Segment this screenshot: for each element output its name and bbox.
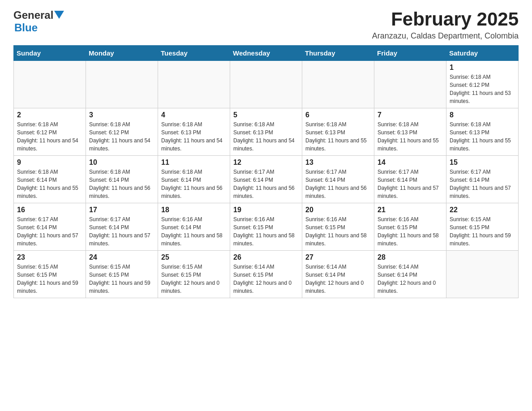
day-number: 10 [89,158,154,167]
calendar-cell [446,251,519,298]
day-info: Sunrise: 6:18 AM Sunset: 6:13 PM Dayligh… [233,120,299,153]
day-number: 22 [450,206,515,214]
logo-arrow-icon [54,11,64,21]
calendar-table: SundayMondayTuesdayWednesdayThursdayFrid… [13,45,519,298]
calendar-cell: 12Sunrise: 6:17 AM Sunset: 6:14 PM Dayli… [230,156,302,203]
calendar-cell [158,61,230,108]
day-number: 11 [161,158,227,167]
calendar-cell: 10Sunrise: 6:18 AM Sunset: 6:14 PM Dayli… [86,156,158,203]
day-number: 18 [161,206,227,214]
day-number: 7 [378,111,443,119]
day-info: Sunrise: 6:17 AM Sunset: 6:14 PM Dayligh… [17,215,82,248]
day-info: Sunrise: 6:18 AM Sunset: 6:14 PM Dayligh… [17,168,82,200]
day-info: Sunrise: 6:18 AM Sunset: 6:13 PM Dayligh… [161,120,227,153]
day-number: 20 [305,206,371,214]
calendar-body: 1Sunrise: 6:18 AM Sunset: 6:12 PM Daylig… [14,61,519,298]
svg-marker-0 [54,11,64,19]
weekday-header-saturday: Saturday [446,46,519,61]
calendar-cell: 23Sunrise: 6:15 AM Sunset: 6:15 PM Dayli… [14,251,86,298]
day-info: Sunrise: 6:14 AM Sunset: 6:15 PM Dayligh… [233,263,299,295]
calendar-cell: 19Sunrise: 6:16 AM Sunset: 6:15 PM Dayli… [230,203,302,251]
day-number: 6 [305,111,371,119]
calendar-cell: 4Sunrise: 6:18 AM Sunset: 6:13 PM Daylig… [158,108,230,156]
calendar-cell: 11Sunrise: 6:18 AM Sunset: 6:14 PM Dayli… [158,156,230,203]
calendar-cell: 16Sunrise: 6:17 AM Sunset: 6:14 PM Dayli… [14,203,86,251]
day-number: 14 [378,158,443,167]
calendar-cell: 15Sunrise: 6:17 AM Sunset: 6:14 PM Dayli… [446,156,519,203]
day-info: Sunrise: 6:18 AM Sunset: 6:14 PM Dayligh… [161,168,227,200]
calendar-cell: 26Sunrise: 6:14 AM Sunset: 6:15 PM Dayli… [230,251,302,298]
day-info: Sunrise: 6:17 AM Sunset: 6:14 PM Dayligh… [233,168,299,200]
day-info: Sunrise: 6:15 AM Sunset: 6:15 PM Dayligh… [450,215,515,248]
day-info: Sunrise: 6:16 AM Sunset: 6:15 PM Dayligh… [378,215,443,248]
calendar-week-0: 1Sunrise: 6:18 AM Sunset: 6:12 PM Daylig… [14,61,519,108]
day-number: 16 [17,206,82,214]
calendar-cell: 13Sunrise: 6:17 AM Sunset: 6:14 PM Dayli… [302,156,374,203]
calendar-week-2: 9Sunrise: 6:18 AM Sunset: 6:14 PM Daylig… [14,156,519,203]
day-number: 19 [233,206,299,214]
calendar-cell [86,61,158,108]
day-number: 9 [17,158,82,167]
calendar-cell: 25Sunrise: 6:15 AM Sunset: 6:15 PM Dayli… [158,251,230,298]
day-info: Sunrise: 6:16 AM Sunset: 6:15 PM Dayligh… [305,215,371,248]
day-info: Sunrise: 6:15 AM Sunset: 6:15 PM Dayligh… [161,263,227,295]
day-number: 21 [378,206,443,214]
calendar-week-3: 16Sunrise: 6:17 AM Sunset: 6:14 PM Dayli… [14,203,519,251]
weekday-header-wednesday: Wednesday [230,46,302,61]
day-number: 27 [305,253,371,261]
calendar-cell: 2Sunrise: 6:18 AM Sunset: 6:12 PM Daylig… [14,108,86,156]
day-number: 17 [89,206,154,214]
day-number: 5 [233,111,299,119]
day-info: Sunrise: 6:15 AM Sunset: 6:15 PM Dayligh… [17,263,82,295]
weekday-header-friday: Friday [374,46,446,61]
day-info: Sunrise: 6:16 AM Sunset: 6:14 PM Dayligh… [161,215,227,248]
day-info: Sunrise: 6:17 AM Sunset: 6:14 PM Dayligh… [378,168,443,200]
day-number: 13 [305,158,371,167]
day-number: 26 [233,253,299,261]
calendar-cell: 21Sunrise: 6:16 AM Sunset: 6:15 PM Dayli… [374,203,446,251]
day-number: 4 [161,111,227,119]
logo-blue-text: Blue [14,21,38,34]
day-info: Sunrise: 6:18 AM Sunset: 6:13 PM Dayligh… [378,120,443,153]
day-info: Sunrise: 6:18 AM Sunset: 6:13 PM Dayligh… [450,120,515,153]
weekday-header-thursday: Thursday [302,46,374,61]
calendar-cell [230,61,302,108]
calendar-cell: 27Sunrise: 6:14 AM Sunset: 6:14 PM Dayli… [302,251,374,298]
day-info: Sunrise: 6:18 AM Sunset: 6:14 PM Dayligh… [89,168,154,200]
day-number: 28 [378,253,443,261]
page-header: General Blue February 2025 Aranzazu, Cal… [13,9,519,41]
weekday-header-row: SundayMondayTuesdayWednesdayThursdayFrid… [14,46,519,61]
weekday-header-sunday: Sunday [14,46,86,61]
title-block: February 2025 Aranzazu, Caldas Departmen… [372,9,519,41]
day-info: Sunrise: 6:17 AM Sunset: 6:14 PM Dayligh… [450,168,515,200]
day-number: 15 [450,158,515,167]
calendar-cell: 5Sunrise: 6:18 AM Sunset: 6:13 PM Daylig… [230,108,302,156]
day-number: 24 [89,253,154,261]
day-number: 8 [450,111,515,119]
calendar-cell: 8Sunrise: 6:18 AM Sunset: 6:13 PM Daylig… [446,108,519,156]
day-info: Sunrise: 6:14 AM Sunset: 6:14 PM Dayligh… [378,263,443,295]
day-info: Sunrise: 6:15 AM Sunset: 6:15 PM Dayligh… [89,263,154,295]
calendar-cell [14,61,86,108]
calendar-cell: 18Sunrise: 6:16 AM Sunset: 6:14 PM Dayli… [158,203,230,251]
day-info: Sunrise: 6:18 AM Sunset: 6:12 PM Dayligh… [450,73,515,105]
calendar-week-1: 2Sunrise: 6:18 AM Sunset: 6:12 PM Daylig… [14,108,519,156]
day-number: 12 [233,158,299,167]
day-info: Sunrise: 6:18 AM Sunset: 6:12 PM Dayligh… [17,120,82,153]
calendar-cell: 24Sunrise: 6:15 AM Sunset: 6:15 PM Dayli… [86,251,158,298]
calendar-cell: 14Sunrise: 6:17 AM Sunset: 6:14 PM Dayli… [374,156,446,203]
day-number: 3 [89,111,154,119]
calendar-cell: 3Sunrise: 6:18 AM Sunset: 6:12 PM Daylig… [86,108,158,156]
calendar-cell: 20Sunrise: 6:16 AM Sunset: 6:15 PM Dayli… [302,203,374,251]
calendar-cell: 9Sunrise: 6:18 AM Sunset: 6:14 PM Daylig… [14,156,86,203]
calendar-header: SundayMondayTuesdayWednesdayThursdayFrid… [14,46,519,61]
day-number: 23 [17,253,82,261]
day-info: Sunrise: 6:17 AM Sunset: 6:14 PM Dayligh… [305,168,371,200]
calendar-cell: 7Sunrise: 6:18 AM Sunset: 6:13 PM Daylig… [374,108,446,156]
day-info: Sunrise: 6:18 AM Sunset: 6:12 PM Dayligh… [89,120,154,153]
day-info: Sunrise: 6:17 AM Sunset: 6:14 PM Dayligh… [89,215,154,248]
calendar-cell: 1Sunrise: 6:18 AM Sunset: 6:12 PM Daylig… [446,61,519,108]
logo-general-text: General [13,9,53,21]
page-title: February 2025 [372,9,519,30]
calendar-cell: 17Sunrise: 6:17 AM Sunset: 6:14 PM Dayli… [86,203,158,251]
